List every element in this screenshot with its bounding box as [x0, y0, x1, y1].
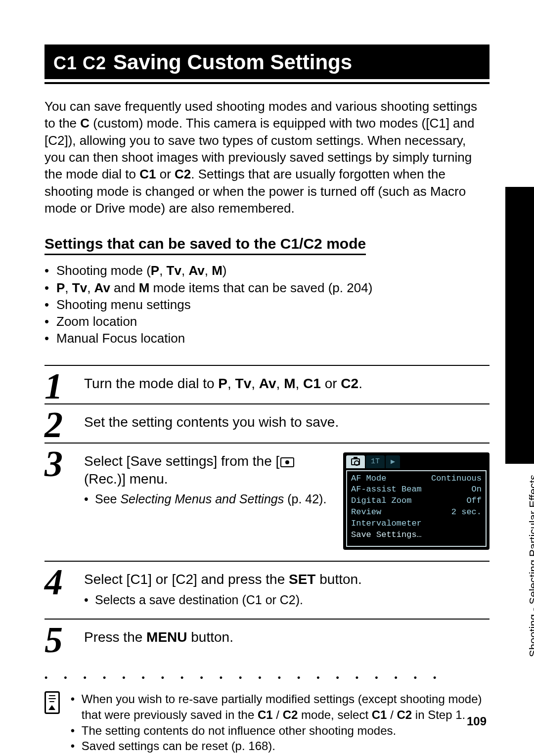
step-instruction: Turn the mode dial to P, Tv, Av, M, C1 o… — [84, 375, 490, 393]
section-side-label: Shooting - Selecting Particular Effects — [527, 475, 534, 657]
step-rule — [44, 561, 490, 562]
settings-item: P, Tv, Av and M mode items that can be s… — [44, 279, 490, 296]
lcd-tabs: 1T ▶ — [346, 455, 487, 468]
steps-list: 1 Turn the mode dial to P, Tv, Av, M, C1… — [44, 365, 490, 658]
lcd-row: Digital ZoomOff — [351, 495, 482, 507]
separator-dots: • • • • • • • • • • • • • • • • • • • • … — [44, 673, 490, 683]
step-instruction: Select [Save settings] from the [ (Rec.)… — [84, 452, 331, 489]
camera-rec-icon — [280, 457, 294, 467]
step-3: 3 Select [Save settings] from the [ (Rec… — [44, 452, 490, 561]
step-rule — [44, 443, 490, 444]
intro-text: or — [156, 167, 175, 181]
lcd-tab-rec — [346, 455, 365, 468]
thumb-tab — [505, 187, 534, 464]
camera-lcd-screenshot: 1T ▶ AF ModeContinuous AF-assist BeamOn … — [343, 452, 490, 550]
step-instruction: Select [C1] or [C2] and press the SET bu… — [84, 571, 490, 588]
step-5: 5 Press the MENU button. — [44, 628, 490, 657]
lcd-row: Review2 sec. — [351, 507, 482, 518]
note-item: The setting contents do not influence ot… — [71, 723, 490, 739]
settings-item: Manual Focus location — [44, 330, 490, 347]
page-number: 109 — [467, 714, 487, 728]
step-number: 2 — [44, 406, 61, 443]
lcd-tab-play: ▶ — [386, 455, 400, 468]
step-rule — [44, 403, 490, 404]
settings-list: Shooting mode (P, Tv, Av, M) P, Tv, Av a… — [44, 262, 490, 347]
step-rule — [44, 365, 490, 366]
manual-page: C1 C2 Saving Custom Settings You can sav… — [0, 0, 534, 756]
settings-item: Shooting mode (P, Tv, Av, M) — [44, 262, 490, 279]
heading-mode-prefix: C1 C2 — [53, 53, 106, 74]
step-number: 4 — [44, 564, 61, 600]
note-item: When you wish to re-save partially modif… — [71, 691, 490, 722]
step-sub-item: Selects a save destination (C1 or C2). — [84, 592, 490, 608]
intro-paragraph: You can save frequently used shooting mo… — [44, 98, 490, 217]
step-2: 2 Set the setting contents you wish to s… — [44, 413, 490, 442]
note-item: Saved settings can be reset (p. 168). — [71, 738, 490, 754]
step-number: 5 — [44, 622, 61, 658]
step-sub-item: See Selecting Menus and Settings (p. 42)… — [84, 491, 331, 507]
step-instruction: Set the setting contents you wish to sav… — [84, 413, 490, 431]
settings-item: Zoom location — [44, 313, 490, 330]
c2-glyph: C2 — [175, 167, 191, 181]
c1-glyph: C1 — [139, 167, 156, 181]
camera-icon — [351, 458, 360, 465]
step-sub-list: Selects a save destination (C1 or C2). — [84, 592, 490, 608]
note-block: When you wish to re-save partially modif… — [44, 691, 490, 754]
step-number: 1 — [44, 368, 61, 404]
section-heading: C1 C2 Saving Custom Settings — [44, 44, 490, 79]
note-icon — [44, 691, 60, 714]
step-rule — [44, 619, 490, 620]
lcd-row: AF-assist BeamOn — [351, 484, 482, 495]
step-instruction: Press the MENU button. — [84, 628, 490, 646]
lcd-row-selected: Save Settings… — [351, 530, 482, 541]
lcd-menu: AF ModeContinuous AF-assist BeamOn Digit… — [346, 470, 487, 547]
step-number: 3 — [44, 445, 61, 482]
heading-title: Saving Custom Settings — [113, 50, 352, 74]
lcd-row: AF ModeContinuous — [351, 473, 482, 485]
lcd-row: Intervalometer — [351, 518, 482, 530]
sub-heading: Settings that can be saved to the C1/C2 … — [44, 235, 366, 255]
step-1: 1 Turn the mode dial to P, Tv, Av, M, C1… — [44, 375, 490, 403]
lcd-tab-setup: 1T — [366, 455, 385, 468]
settings-item: Shooting menu settings — [44, 296, 490, 313]
step-sub-list: See Selecting Menus and Settings (p. 42)… — [84, 491, 331, 507]
step-4: 4 Select [C1] or [C2] and press the SET … — [44, 571, 490, 619]
note-list: When you wish to re-save partially modif… — [71, 691, 490, 754]
heading-underline — [44, 82, 490, 84]
c-glyph: C — [80, 116, 89, 131]
